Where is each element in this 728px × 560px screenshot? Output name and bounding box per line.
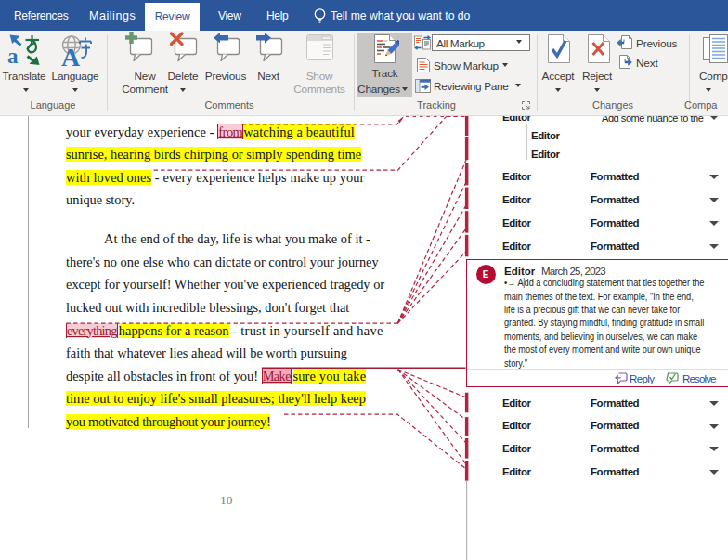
svg-text:a: a: [7, 45, 19, 66]
svg-text:A: A: [61, 43, 81, 68]
